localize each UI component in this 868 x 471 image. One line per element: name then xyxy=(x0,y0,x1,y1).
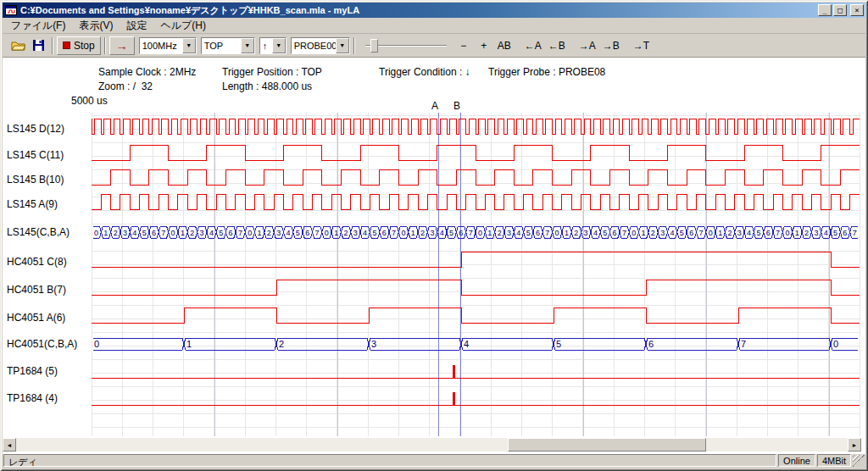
trigger-probe-info: Trigger Probe : PROBE08 xyxy=(488,66,605,78)
run-button[interactable]: → xyxy=(109,36,135,55)
close-button[interactable]: × xyxy=(850,4,864,16)
goto-marker-b-button[interactable]: ←B xyxy=(545,36,569,55)
set-marker-a-button[interactable]: →A xyxy=(576,36,599,55)
sample-clock-info: Sample Clock : 2MHz xyxy=(98,66,196,78)
dropdown-arrow-icon[interactable]: ▼ xyxy=(182,38,196,53)
horizontal-scrollbar[interactable]: ◄ ► xyxy=(3,438,861,452)
trigger-probe-value: PROBE00 xyxy=(292,38,336,53)
stop-icon xyxy=(63,42,70,49)
app-window: C:¥Documents and Settings¥noname¥デスクトップ¥… xyxy=(0,0,868,471)
toolbar: Stop → 100MHz ▼ TOP ▼ ↑ ▼ PROBE00 ▼ − + … xyxy=(3,34,865,58)
menubar: ファイル(F) 表示(V) 設定 ヘルプ(H) xyxy=(3,18,865,34)
zoom-info: Zoom : / 32 xyxy=(98,80,153,92)
menu-settings[interactable]: 設定 xyxy=(120,17,153,35)
sample-clock-combobox[interactable]: 100MHz ▼ xyxy=(139,37,197,54)
menu-file[interactable]: ファイル(F) xyxy=(4,17,72,35)
menu-help[interactable]: ヘルプ(H) xyxy=(153,17,213,35)
status-message: レディ xyxy=(3,454,776,467)
trigger-position-info: Trigger Position : TOP xyxy=(222,66,322,78)
zoom-in-button[interactable]: + xyxy=(474,36,494,55)
trigger-position-value: TOP xyxy=(202,38,241,53)
sample-clock-value: 100MHz xyxy=(140,38,182,53)
dropdown-arrow-icon[interactable]: ▼ xyxy=(241,38,254,53)
trigger-probe-combobox[interactable]: PROBE00 ▼ xyxy=(291,37,350,54)
set-marker-b-button[interactable]: →B xyxy=(599,36,623,55)
scroll-right-button[interactable]: ► xyxy=(848,438,861,452)
timebase-label: 5000 us xyxy=(71,95,108,107)
toolbar-separator xyxy=(104,37,106,54)
trigger-condition-info: Trigger Condition : ↓ xyxy=(379,66,470,78)
stop-label: Stop xyxy=(74,40,95,52)
open-file-button[interactable] xyxy=(8,36,28,55)
toolbar-separator xyxy=(52,37,53,54)
zoom-slider-thumb[interactable] xyxy=(370,39,378,53)
waveform-client-area xyxy=(3,58,865,454)
titlebar: C:¥Documents and Settings¥noname¥デスクトップ¥… xyxy=(3,3,865,18)
ab-button[interactable]: AB xyxy=(494,36,515,55)
scrollbar-track[interactable] xyxy=(16,438,848,452)
goto-trigger-button[interactable]: →T xyxy=(630,36,653,55)
zoom-out-button[interactable]: − xyxy=(453,36,474,55)
length-info: Length : 488.000 us xyxy=(222,80,312,92)
stop-button[interactable]: Stop xyxy=(57,36,101,55)
trigger-position-combobox[interactable]: TOP ▼ xyxy=(201,37,255,54)
goto-marker-a-button[interactable]: ←A xyxy=(521,36,545,55)
floppy-icon xyxy=(33,40,44,51)
minimize-button[interactable]: _ xyxy=(818,4,832,16)
trigger-edge-value: ↑ xyxy=(260,38,272,53)
open-folder-icon xyxy=(11,40,25,51)
zoom-slider[interactable] xyxy=(364,37,448,54)
resize-grip[interactable] xyxy=(853,455,865,467)
app-icon xyxy=(5,4,17,16)
toolbar-separator xyxy=(353,37,355,54)
menu-view[interactable]: 表示(V) xyxy=(72,17,120,35)
save-file-button[interactable] xyxy=(28,36,48,55)
dropdown-arrow-icon[interactable]: ▼ xyxy=(272,38,286,53)
scrollbar-thumb[interactable] xyxy=(508,438,706,452)
status-memory-badge: 4MBit xyxy=(817,454,851,467)
maximize-button[interactable]: □ xyxy=(833,4,847,16)
window-title: C:¥Documents and Settings¥noname¥デスクトップ¥… xyxy=(20,4,818,17)
trigger-edge-combobox[interactable]: ↑ ▼ xyxy=(259,37,287,54)
scroll-left-button[interactable]: ◄ xyxy=(3,438,16,452)
status-online-badge: Online xyxy=(778,454,815,467)
dropdown-arrow-icon[interactable]: ▼ xyxy=(336,38,349,53)
statusbar: レディ Online 4MBit xyxy=(3,453,865,468)
